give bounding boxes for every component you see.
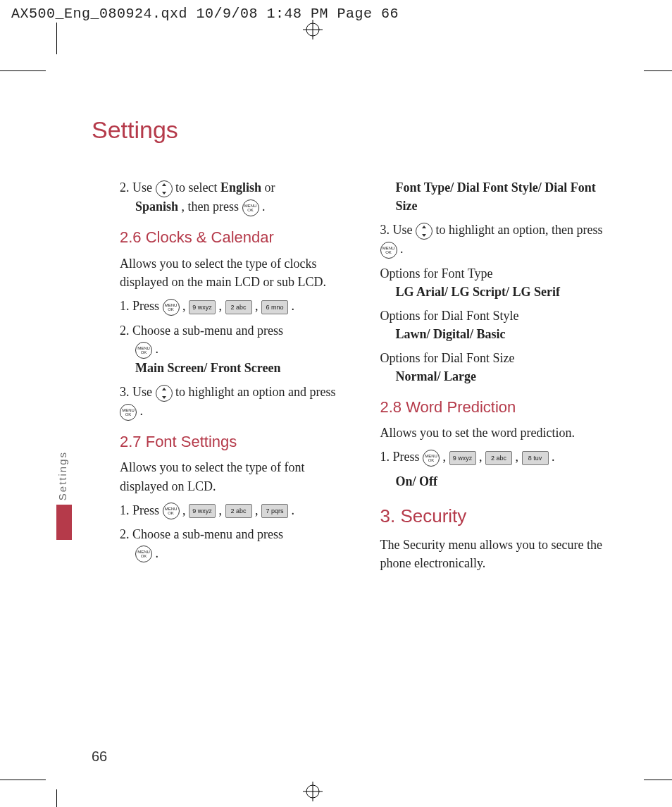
on-off-options: On/ Off bbox=[396, 472, 616, 491]
option-english: English bbox=[220, 180, 261, 195]
text: Options for Dial Font Style bbox=[380, 309, 519, 323]
menu-ok-key-icon: MENUOK bbox=[120, 404, 137, 421]
key-9-icon: 9 wxyz bbox=[449, 451, 476, 465]
dial-font-size-options: Normal/ Large bbox=[396, 367, 616, 386]
options-dial-font-size: Options for Dial Font Size Normal/ Large bbox=[380, 349, 616, 386]
menu-ok-key-icon: MENUOK bbox=[135, 546, 152, 562]
menu-ok-key-icon: MENUOK bbox=[423, 450, 440, 467]
text: , bbox=[182, 503, 189, 517]
left-column: 2. Use to select English or Spanish , th… bbox=[120, 173, 356, 578]
text: 3. Use bbox=[120, 385, 156, 399]
print-header: AX500_Eng_080924.qxd 10/9/08 1:48 PM Pag… bbox=[0, 0, 672, 27]
side-tab-bar bbox=[56, 505, 72, 540]
step-2-6-1: 1. Press MENUOK , 9 wxyz , 2 abc , 6 mno… bbox=[120, 297, 356, 316]
text: to highlight an option and press bbox=[175, 385, 335, 399]
page-title: Settings bbox=[92, 116, 178, 144]
submenu-options: Main Screen/ Front Screen bbox=[135, 359, 356, 377]
step-2-6-2: 2. Choose a sub-menu and press MENUOK . … bbox=[120, 321, 356, 377]
heading-2-6: 2.6 Clocks & Calendar bbox=[120, 226, 356, 249]
text: , bbox=[479, 450, 485, 464]
page-body: Settings Settings 2. Use to select Engli… bbox=[0, 49, 672, 807]
side-tab-label: Settings bbox=[56, 451, 68, 500]
options-dial-font-style: Options for Dial Font Style Lawn/ Digita… bbox=[380, 307, 616, 343]
text: , then press bbox=[182, 199, 242, 214]
nav-key-icon bbox=[156, 180, 173, 197]
menu-ok-key-icon: MENUOK bbox=[242, 199, 259, 216]
text: , bbox=[182, 299, 189, 313]
text: , bbox=[516, 450, 522, 464]
text: , bbox=[255, 503, 261, 517]
menu-ok-key-icon: MENUOK bbox=[135, 342, 152, 359]
text: . bbox=[292, 503, 295, 517]
right-column: Font Type/ Dial Font Style/ Dial Font Si… bbox=[380, 173, 616, 578]
desc-2-6: Allows you to select the type of clocks … bbox=[120, 254, 356, 291]
text: . bbox=[552, 450, 555, 464]
text: , bbox=[219, 299, 225, 313]
text: , bbox=[443, 450, 449, 464]
text: 1. Press bbox=[380, 450, 423, 464]
desc-2-8: Allows you to set the word prediction. bbox=[380, 424, 616, 442]
text: Options for Dial Font Size bbox=[380, 351, 515, 365]
step-2: 2. Use to select English or Spanish , th… bbox=[120, 178, 356, 216]
dial-font-style-options: Lawn/ Digital/ Basic bbox=[396, 325, 616, 343]
menu-ok-key-icon: MENUOK bbox=[380, 242, 397, 259]
key-7-icon: 7 pqrs bbox=[261, 504, 288, 518]
text: 3. Use bbox=[380, 223, 416, 237]
text: to highlight an option, then press bbox=[436, 223, 603, 237]
text: 1. Press bbox=[120, 503, 163, 517]
option-spanish: Spanish bbox=[135, 199, 178, 214]
heading-2-7: 2.7 Font Settings bbox=[120, 431, 356, 453]
step-2-7-1: 1. Press MENUOK , 9 wxyz , 2 abc , 7 pqr… bbox=[120, 501, 356, 520]
desc-2-7: Allows you to select the type of font di… bbox=[120, 458, 356, 495]
key-6-icon: 6 mno bbox=[261, 300, 288, 314]
text: 1. Press bbox=[120, 299, 163, 313]
text: . bbox=[156, 342, 159, 356]
text: . bbox=[140, 404, 144, 418]
nav-key-icon bbox=[156, 385, 173, 402]
text: 2. Choose a sub-menu and press bbox=[120, 324, 283, 338]
text: 2. Use bbox=[120, 180, 156, 195]
key-9-icon: 9 wxyz bbox=[189, 504, 216, 518]
step-2-6-3: 3. Use to highlight an option and press … bbox=[120, 383, 356, 421]
font-type-options: LG Arial/ LG Script/ LG Serif bbox=[396, 283, 616, 301]
text: 2. Choose a sub-menu and press bbox=[120, 527, 283, 541]
key-2-icon: 2 abc bbox=[225, 300, 252, 314]
options-font-type: Options for Font Type LG Arial/ LG Scrip… bbox=[380, 264, 616, 301]
text: . bbox=[400, 242, 404, 256]
submenu-font-options: Font Type/ Dial Font Style/ Dial Font Si… bbox=[396, 178, 616, 215]
key-8-icon: 8 tuv bbox=[522, 451, 549, 465]
key-9-icon: 9 wxyz bbox=[189, 300, 216, 314]
menu-ok-key-icon: MENUOK bbox=[163, 503, 180, 519]
registration-mark-icon bbox=[303, 20, 323, 39]
key-2-icon: 2 abc bbox=[485, 451, 512, 465]
heading-3: 3. Security bbox=[380, 503, 616, 530]
side-tab: Settings bbox=[56, 451, 72, 540]
text: to select bbox=[175, 180, 220, 195]
text: , bbox=[219, 503, 225, 517]
nav-key-icon bbox=[416, 223, 433, 240]
menu-ok-key-icon: MENUOK bbox=[163, 299, 180, 316]
step-2-8-1: 1. Press MENUOK , 9 wxyz , 2 abc , 8 tuv… bbox=[380, 448, 616, 467]
text: . bbox=[262, 199, 266, 214]
text: , bbox=[255, 299, 261, 313]
page-number: 66 bbox=[92, 749, 107, 765]
step-2-7-3: 3. Use to highlight an option, then pres… bbox=[380, 221, 616, 259]
text: . bbox=[292, 299, 295, 313]
text: . bbox=[156, 546, 159, 560]
heading-2-8: 2.8 Word Prediction bbox=[380, 396, 616, 419]
key-2-icon: 2 abc bbox=[225, 504, 252, 518]
step-2-7-2: 2. Choose a sub-menu and press MENUOK . bbox=[120, 525, 356, 562]
text: or bbox=[265, 180, 275, 195]
desc-3: The Security menu allows you to secure t… bbox=[380, 536, 616, 572]
text: Options for Font Type bbox=[380, 266, 493, 281]
